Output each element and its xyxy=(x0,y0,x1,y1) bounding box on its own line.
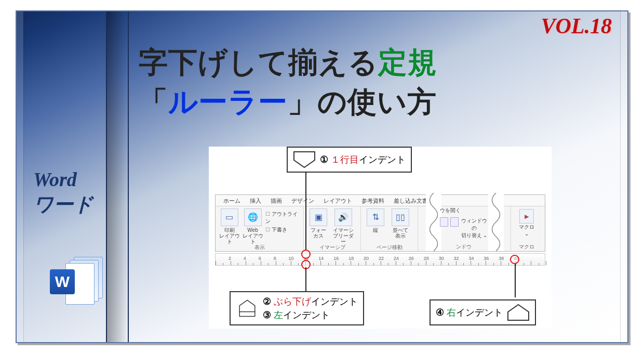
word-ribbon: ホーム 挿入 描画 デザイン レイアウト 参考資料 差し込み文書 ▭印刷 レイア… xyxy=(215,194,545,252)
group-pagemove: ⇅縦 ▯▯並べて 表示 ページ移動 xyxy=(361,206,418,252)
ruler-number: 2 xyxy=(229,256,231,261)
ruler-number: 30 xyxy=(439,256,444,261)
ruler-tick xyxy=(463,263,464,265)
ribbon-cut-left xyxy=(426,193,441,251)
callout3-accent: 左 xyxy=(274,310,283,320)
ruler-tick xyxy=(366,261,366,265)
side-label-en: Word xyxy=(33,167,93,192)
callout4-rest: インデント xyxy=(456,307,503,318)
ruler-tick xyxy=(403,263,404,265)
ruler-number: 10 xyxy=(289,256,294,261)
group-view-label: 表示 xyxy=(216,244,303,251)
group-window: ウを開く ウィンドウの 切り替え ⌄ ンドウ xyxy=(440,207,488,252)
btn-side-by-side-label: 並べて 表示 xyxy=(393,227,408,239)
tutorial-card: VOL.18 字下げして揃える定規 「ルーラー」の使い方 Word ワード W … xyxy=(16,10,628,343)
btn-print-layout[interactable]: ▭印刷 レイアウト xyxy=(219,208,240,244)
ruler-tick xyxy=(328,263,329,265)
window-arrange-icon[interactable] xyxy=(450,217,459,227)
immersive-reader-icon: 🔊 xyxy=(334,208,352,226)
ruler-tick xyxy=(388,263,388,265)
page-fold-shadow xyxy=(107,11,128,342)
switch-windows[interactable]: ウィンドウの 切り替え ⌄ xyxy=(461,217,488,239)
open-window-fragment[interactable]: ウを開く xyxy=(440,207,488,214)
side-by-side-icon: ▯▯ xyxy=(392,208,409,226)
ruler-number: 22 xyxy=(379,256,384,261)
macro-btn-label[interactable]: マクロ ⌄ xyxy=(511,224,542,237)
ruler-number: 32 xyxy=(454,256,459,261)
hanging-indent-icon xyxy=(236,299,259,317)
ruler-tick xyxy=(343,263,344,265)
tab-draw[interactable]: 描画 xyxy=(266,195,287,206)
tab-references[interactable]: 参考資料 xyxy=(357,195,389,206)
btn-side-by-side[interactable]: ▯▯並べて 表示 xyxy=(389,208,412,239)
view-mini-list: アウトライン 下書き xyxy=(265,208,300,233)
headline-part2a: 「 xyxy=(139,85,168,118)
ruler-tick xyxy=(471,261,471,265)
group-macro-label: マクロ xyxy=(511,243,542,251)
ruler-ticks: 246810121416182022242628303234363840 xyxy=(216,254,545,265)
macro-icon[interactable]: ▶ xyxy=(519,209,534,224)
callout-right-indent: ④ 右インデント xyxy=(430,299,536,325)
ruler-tick xyxy=(426,261,426,265)
ruler-number: 38 xyxy=(499,256,504,261)
btn-print-layout-label: 印刷 レイアウト xyxy=(219,227,240,244)
leader-line-top xyxy=(305,172,306,250)
ruler-tick xyxy=(539,263,539,265)
ruler-number: 16 xyxy=(333,256,339,261)
group-immersive-label: イマーシブ xyxy=(304,244,360,251)
group-pagemove-label: ページ移動 xyxy=(361,244,418,251)
ruler-tick xyxy=(253,263,253,265)
page-fold-line-2 xyxy=(128,11,129,342)
tab-layout[interactable]: レイアウト xyxy=(319,195,357,206)
btn-vertical[interactable]: ⇅縦 xyxy=(364,208,387,233)
ruler-number: 20 xyxy=(364,256,369,261)
svg-marker-0 xyxy=(294,152,315,167)
ruler-tick xyxy=(336,261,336,265)
web-layout-icon: 🌐 xyxy=(244,208,262,226)
callout-first-line-indent: ① １行目インデント xyxy=(287,147,412,173)
ruler-tick xyxy=(448,263,449,265)
callout4-accent: 右 xyxy=(447,307,456,318)
headline-accent1: 定規 xyxy=(378,46,437,79)
draft-option[interactable]: 下書き xyxy=(265,226,300,233)
ruler-tick xyxy=(231,261,231,265)
btn-immersive-reader[interactable]: 🔊イマーシ ブリーダー xyxy=(332,208,355,244)
ribbon-cut-right xyxy=(488,193,504,251)
ruler-number: 26 xyxy=(409,256,414,261)
ruler-number: 36 xyxy=(484,256,489,261)
ruler-tick xyxy=(276,261,276,265)
svg-marker-3 xyxy=(508,305,529,320)
callout2-accent: ぶら下げ xyxy=(274,296,311,307)
callout-hanging-left-indent: ② ぶら下げインデント ③ 左インデント xyxy=(230,291,364,325)
ruler-tick xyxy=(358,263,359,265)
ruler-tick xyxy=(381,261,381,265)
ruler-number: 6 xyxy=(259,256,261,261)
tab-insert[interactable]: 挿入 xyxy=(245,195,266,206)
btn-immersive-reader-label: イマーシ ブリーダー xyxy=(333,227,354,244)
horizontal-ruler[interactable]: 246810121416182022242628303234363840 xyxy=(215,253,545,266)
explanation-inset: ① １行目インデント ホーム 挿入 描画 デザイン レイアウト 参考資料 差し込… xyxy=(209,147,552,329)
window-split-icon[interactable] xyxy=(440,217,448,227)
ruler-tick xyxy=(411,261,411,265)
right-indent-handle-circle xyxy=(510,255,519,264)
callout2-num: ② xyxy=(263,296,271,307)
first-line-indent-handle-circle xyxy=(301,250,311,259)
tab-home[interactable]: ホーム xyxy=(219,195,245,206)
ruler-tick xyxy=(351,261,351,265)
ruler-number: 24 xyxy=(394,256,399,261)
btn-web-layout[interactable]: 🌐Web レイアウト xyxy=(242,208,263,244)
ruler-tick xyxy=(373,263,374,265)
ruler-number: 28 xyxy=(424,256,429,261)
callout4-num: ④ xyxy=(436,307,444,318)
svg-rect-2 xyxy=(239,312,255,317)
ruler-tick xyxy=(216,261,216,265)
outline-option[interactable]: アウトライン xyxy=(265,211,300,225)
btn-focus[interactable]: ▣フォー カス xyxy=(307,208,330,239)
tab-design[interactable]: デザイン xyxy=(287,195,319,206)
side-label-jp: ワード xyxy=(33,192,93,217)
leader-line-bottom-right xyxy=(515,264,516,297)
word-w-badge: W xyxy=(50,269,75,294)
ruler-number: 34 xyxy=(468,256,474,261)
ruler-tick xyxy=(478,263,479,265)
word-logo: W xyxy=(50,255,102,307)
